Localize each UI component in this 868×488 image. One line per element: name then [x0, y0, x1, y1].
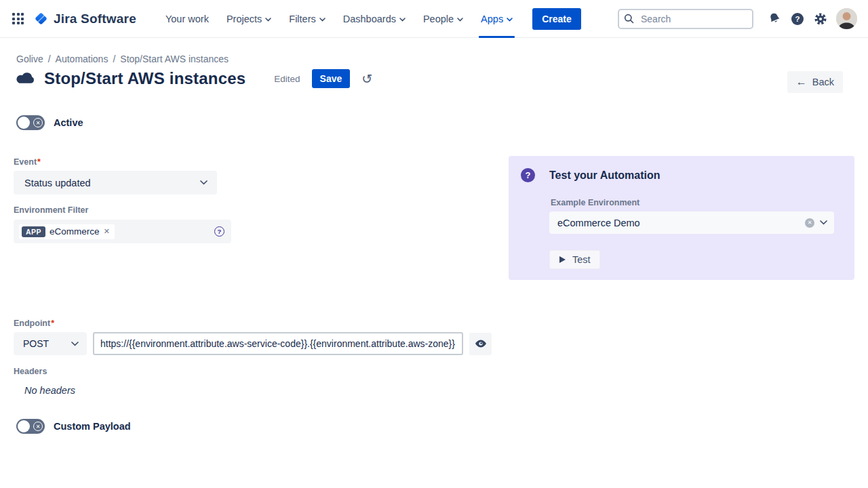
help-icon: ?	[791, 12, 804, 26]
breadcrumb-separator: /	[48, 54, 51, 64]
create-button[interactable]: Create	[532, 8, 581, 30]
breadcrumb-golive[interactable]: Golive	[16, 54, 43, 64]
environment-filter-input[interactable]: APP eCommerce ✕ ?	[14, 220, 231, 243]
custom-payload-toggle-row: ✕ Custom Payload	[16, 419, 131, 434]
required-marker: *	[51, 319, 54, 328]
save-button[interactable]: Save	[312, 69, 351, 88]
back-button[interactable]: ← Back	[787, 71, 843, 93]
headers-label: Headers	[14, 367, 75, 376]
help-button[interactable]: ?	[786, 7, 809, 30]
headers-group: Headers No headers	[14, 367, 75, 396]
breadcrumb-current[interactable]: Stop/Start AWS instances	[120, 54, 229, 64]
user-avatar[interactable]	[836, 8, 857, 29]
breadcrumb-separator: /	[113, 54, 115, 64]
nav-projects[interactable]: Projects	[218, 0, 280, 38]
back-arrow-icon: ←	[796, 77, 807, 87]
search-icon	[624, 14, 634, 24]
tag-type-badge: APP	[22, 226, 45, 237]
cloud-icon	[15, 71, 36, 86]
brand-wordmark: Jira Software	[54, 12, 136, 26]
svg-text:?: ?	[795, 15, 800, 23]
title-row: Stop/Start AWS instances Edited Save ↺	[15, 69, 372, 88]
chevron-down-icon	[507, 18, 513, 22]
event-field-group: Event* Status updated	[14, 157, 217, 195]
edited-status: Edited	[274, 74, 300, 84]
jira-diamond-icon	[33, 11, 49, 26]
nav-apps[interactable]: Apps	[472, 0, 521, 38]
event-select[interactable]: Status updated	[14, 171, 217, 195]
active-label: Active	[54, 117, 83, 128]
tag-label: eCommerce	[50, 226, 100, 237]
endpoint-row: POST	[14, 332, 492, 355]
endpoint-url-input[interactable]	[93, 332, 463, 355]
nav-dashboards[interactable]: Dashboards	[334, 0, 414, 38]
page-title: Stop/Start AWS instances	[44, 69, 245, 88]
toggle-knob	[18, 117, 30, 129]
settings-button[interactable]	[809, 7, 832, 30]
breadcrumb: Golive / Automations / Stop/Start AWS in…	[16, 54, 229, 64]
custom-payload-toggle[interactable]: ✕	[16, 419, 45, 434]
toggle-knob	[18, 420, 30, 432]
chevron-down-icon	[200, 180, 208, 185]
environment-tag: APP eCommerce ✕	[19, 224, 115, 239]
test-automation-panel: ? Test your Automation Example Environme…	[509, 156, 854, 280]
example-environment-select[interactable]: eCommerce Demo ✕	[549, 211, 834, 234]
chevron-down-icon	[319, 18, 326, 22]
eye-icon	[475, 338, 487, 350]
nav-your-work[interactable]: Your work	[157, 0, 218, 38]
chevron-down-icon	[820, 220, 827, 225]
example-environment-label: Example Environment	[551, 198, 639, 207]
chevron-down-icon	[457, 18, 463, 22]
breadcrumb-automations[interactable]: Automations	[56, 54, 108, 64]
jira-logo[interactable]: Jira Software	[33, 11, 136, 26]
play-icon	[559, 256, 566, 264]
app-switcher-icon[interactable]	[12, 13, 24, 24]
chevron-down-icon	[71, 342, 79, 346]
top-navbar: Jira Software Your work Projects Filters…	[0, 0, 868, 38]
custom-payload-label: Custom Payload	[54, 421, 131, 432]
bell-icon	[768, 12, 781, 25]
environment-filter-group: Environment Filter APP eCommerce ✕ ?	[14, 205, 231, 243]
endpoint-label: Endpoint*	[14, 319, 492, 328]
active-toggle[interactable]: ✕	[16, 115, 45, 130]
clear-selection-icon[interactable]: ✕	[805, 218, 814, 228]
event-label: Event*	[14, 157, 217, 167]
nav-people[interactable]: People	[414, 0, 472, 38]
panel-help-icon[interactable]: ?	[521, 168, 535, 182]
gear-icon	[814, 12, 827, 26]
chevron-down-icon	[399, 18, 406, 22]
required-marker: *	[37, 157, 41, 167]
active-toggle-row: ✕ Active	[16, 115, 83, 130]
avatar-photo	[836, 8, 857, 29]
environment-filter-label: Environment Filter	[14, 205, 231, 215]
search-input[interactable]	[618, 9, 753, 29]
http-method-select[interactable]: POST	[14, 332, 87, 355]
environment-filter-help-icon[interactable]: ?	[214, 226, 224, 237]
toggle-off-icon: ✕	[33, 118, 43, 127]
no-headers-text: No headers	[24, 385, 75, 396]
chevron-down-icon	[265, 18, 271, 22]
notifications-button[interactable]	[763, 7, 786, 30]
nav-filters[interactable]: Filters	[280, 0, 334, 38]
undo-icon[interactable]: ↺	[361, 73, 372, 85]
primary-nav: Your work Projects Filters Dashboards Pe…	[157, 0, 521, 38]
toggle-off-icon: ✕	[33, 422, 43, 431]
remove-tag-icon[interactable]: ✕	[104, 227, 110, 236]
automation-editor-page: Jira Software Your work Projects Filters…	[0, 0, 868, 488]
test-panel-title: Test your Automation	[549, 169, 660, 182]
endpoint-group: Endpoint* POST	[14, 319, 492, 355]
test-button[interactable]: Test	[549, 250, 600, 269]
preview-url-button[interactable]	[469, 333, 492, 355]
global-search	[618, 9, 753, 29]
